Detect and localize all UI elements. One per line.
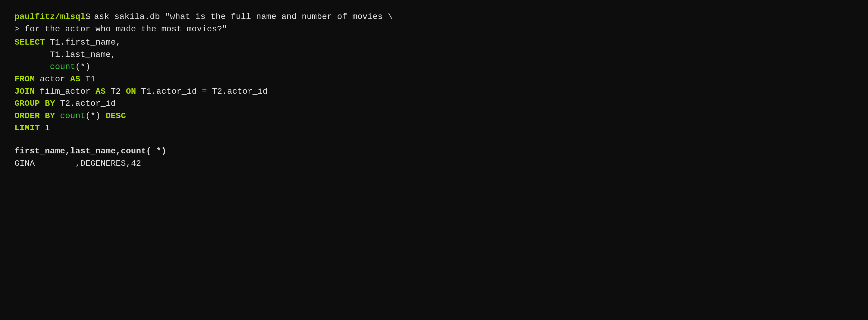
fn-count-2: count: [55, 111, 85, 121]
sql-line5-rest3: T1.actor_id = T2.actor_id: [136, 87, 268, 96]
sql-line4-rest: actor: [35, 74, 70, 84]
sql-line-orderby: ORDER BY count(*) DESC: [14, 110, 854, 122]
kw-by-1: BY: [45, 99, 55, 108]
sql-line-select: SELECT T1.first_name,: [14, 36, 854, 49]
prompt-continuation: > for the actor who made the most movies…: [14, 23, 854, 36]
kw-by-2: BY: [45, 111, 55, 121]
prompt-user: paulfitz/mlsql: [14, 11, 85, 23]
sql-line-count: count(*): [14, 61, 854, 73]
sql-space-1: [40, 99, 45, 108]
sql-line8-rest: 1: [40, 123, 50, 133]
kw-desc: DESC: [105, 111, 126, 121]
result-row: GINA ,DEGENERES,42: [14, 158, 854, 170]
sql-line5-rest2: T2: [105, 87, 126, 96]
sql-line-from: FROM actor AS T1: [14, 73, 854, 86]
sql-line2: T1.last_name,: [14, 50, 116, 59]
kw-group: GROUP: [14, 99, 40, 108]
sql-line5-rest: film_actor: [35, 87, 96, 96]
prompt-line-1: paulfitz/mlsql$ ask sakila.db "what is t…: [14, 11, 854, 23]
kw-limit: LIMIT: [14, 123, 40, 133]
prompt-symbol: $: [85, 11, 90, 23]
kw-select: SELECT: [14, 38, 45, 47]
prompt-command-1: ask sakila.db "what is the full name and…: [94, 11, 393, 23]
sql-line1-rest: T1.first_name,: [45, 38, 121, 47]
kw-as-1: AS: [70, 74, 81, 84]
sql-line7-fn-rest: (*): [85, 111, 105, 121]
sql-line-groupby: GROUP BY T2.actor_id: [14, 98, 854, 110]
kw-from: FROM: [14, 74, 35, 84]
sql-line4-rest2: T1: [80, 74, 95, 84]
result-block: first_name,last_name,count( *) GINA ,DEG…: [14, 145, 854, 170]
terminal: paulfitz/mlsql$ ask sakila.db "what is t…: [14, 11, 854, 170]
sql-line3-rest: (*): [75, 62, 90, 71]
sql-line-lastname: T1.last_name,: [14, 49, 854, 61]
kw-order: ORDER: [14, 111, 40, 121]
continuation-text: > for the actor who made the most movies…: [14, 24, 227, 34]
kw-as-2: AS: [96, 87, 106, 96]
result-header: first_name,last_name,count( *): [14, 145, 854, 158]
fn-count-1: count: [14, 62, 75, 71]
kw-join: JOIN: [14, 87, 35, 96]
sql-line6-rest: T2.actor_id: [55, 99, 116, 108]
kw-on: ON: [126, 87, 136, 96]
sql-line-limit: LIMIT 1: [14, 122, 854, 134]
sql-block: SELECT T1.first_name, T1.last_name, coun…: [14, 36, 854, 134]
sql-space-2: [40, 111, 45, 121]
sql-line-join: JOIN film_actor AS T2 ON T1.actor_id = T…: [14, 86, 854, 98]
